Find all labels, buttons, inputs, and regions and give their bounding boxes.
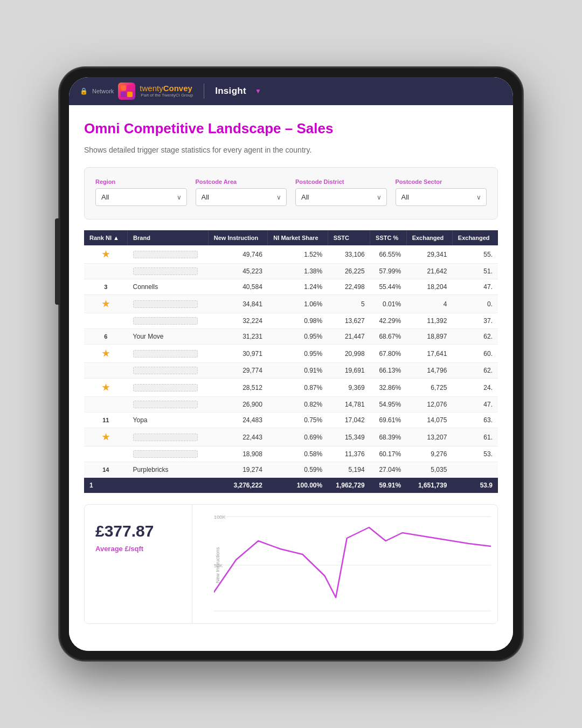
data-cell: 0.82% xyxy=(268,397,328,413)
table-row: ★30,9710.95%20,99867.80%17,64160. xyxy=(84,345,498,363)
table-header-row: Rank NI ▲ Brand New Instruction NI Marke… xyxy=(84,230,498,245)
data-cell: 24. xyxy=(452,379,498,397)
data-cell: 12,076 xyxy=(406,397,452,413)
filter-label-postcode-area: Postcode Area xyxy=(196,178,287,185)
table-row: ★28,5120.87%9,36932.86%6,72524. xyxy=(84,379,498,397)
star-icon: ★ xyxy=(102,383,109,392)
region-select[interactable]: All xyxy=(95,188,187,206)
data-cell: 61. xyxy=(452,428,498,447)
filter-label-postcode-district: Postcode District xyxy=(295,178,387,185)
brand-placeholder xyxy=(133,384,198,392)
logo-area: 🔒 Network twentyConvey Part of the Twent… xyxy=(80,83,193,100)
table-row: 29,7740.91%19,69166.13%14,79662. xyxy=(84,363,498,379)
postcode-district-select-wrapper: All xyxy=(295,188,387,206)
data-cell: 34,841 xyxy=(208,295,268,313)
data-cell: 68.39% xyxy=(370,428,407,447)
brand-cell xyxy=(128,264,209,279)
brand-cell xyxy=(128,295,209,313)
data-cell: 6,725 xyxy=(406,379,452,397)
col-sstc: SSTC xyxy=(328,230,370,245)
postcode-district-select[interactable]: All xyxy=(295,188,387,206)
brand-placeholder xyxy=(133,434,198,441)
footer-cell: 59.91% xyxy=(370,478,407,493)
filter-group-region: Region All xyxy=(95,178,187,206)
svg-text:100K: 100K xyxy=(214,514,226,520)
brand-cell: Your Move xyxy=(128,329,209,345)
brand-placeholder xyxy=(133,450,198,458)
data-cell: 62. xyxy=(452,329,498,345)
filter-row: Region All Postcode Area All xyxy=(95,178,487,206)
data-cell: 33,106 xyxy=(328,245,370,264)
brand-placeholder xyxy=(133,267,198,275)
data-cell: 37. xyxy=(452,313,498,329)
brand-cell xyxy=(128,313,209,329)
star-icon: ★ xyxy=(102,299,109,308)
brand-cell xyxy=(128,363,209,379)
svg-text:50K: 50K xyxy=(214,563,223,568)
filter-group-postcode-area: Postcode Area All xyxy=(196,178,287,206)
postcode-area-select[interactable]: All xyxy=(196,188,287,206)
data-cell: 14,075 xyxy=(406,413,452,428)
insight-dropdown-icon[interactable]: ▼ xyxy=(255,87,261,95)
device-wrapper: 🔒 Network twentyConvey Part of the Twent… xyxy=(59,67,523,661)
data-cell: 11,376 xyxy=(328,447,370,462)
data-cell: 9,276 xyxy=(406,447,452,462)
brand-cell: Connells xyxy=(128,279,209,295)
rank-cell: 3 xyxy=(84,279,128,295)
brand-cell xyxy=(128,447,209,462)
brand-cell: Purplebricks xyxy=(128,462,209,478)
col-brand: Brand xyxy=(128,230,209,245)
data-cell: 14,781 xyxy=(328,397,370,413)
table-row: 6Your Move31,2310.95%21,44768.67%18,8976… xyxy=(84,329,498,345)
insight-label: Insight xyxy=(215,86,246,97)
table-row: ★34,8411.06%50.01%40. xyxy=(84,295,498,313)
brand-cell xyxy=(128,379,209,397)
postcode-sector-select-wrapper: All xyxy=(396,188,487,206)
data-cell: 11,392 xyxy=(406,313,452,329)
svg-rect-0 xyxy=(121,85,126,91)
data-cell: 31,231 xyxy=(208,329,268,345)
table-row: 3Connells40,5841.24%22,49855.44%18,20447… xyxy=(84,279,498,295)
metric-value: £377.87 xyxy=(95,522,181,540)
table-row: ★22,4430.69%15,34968.39%13,20761. xyxy=(84,428,498,447)
data-cell: 1.24% xyxy=(268,279,328,295)
rank-cell: 14 xyxy=(84,462,128,478)
data-cell: 54.95% xyxy=(370,397,407,413)
nav-divider xyxy=(204,84,204,99)
footer-cell: 1,651,739 xyxy=(406,478,452,493)
data-cell: 21,642 xyxy=(406,264,452,279)
data-cell: 5,035 xyxy=(406,462,452,478)
rank-cell: ★ xyxy=(84,245,128,264)
data-cell: 0.75% xyxy=(268,413,328,428)
star-icon: ★ xyxy=(102,349,109,358)
col-sstc-pct: SSTC % xyxy=(370,230,407,245)
data-cell: 0.58% xyxy=(268,447,328,462)
data-cell: 45,223 xyxy=(208,264,268,279)
data-cell: 13,627 xyxy=(328,313,370,329)
data-table: Rank NI ▲ Brand New Instruction NI Marke… xyxy=(84,230,498,493)
rank-cell: ★ xyxy=(84,295,128,313)
data-cell: 57.99% xyxy=(370,264,407,279)
data-cell: 13,207 xyxy=(406,428,452,447)
brand-sub: Part of the TwentyCI Group xyxy=(141,93,193,98)
brand-placeholder xyxy=(133,300,198,308)
col-exchanged2: Exchanged xyxy=(452,230,498,245)
rank-cell xyxy=(84,313,128,329)
brand-placeholder xyxy=(133,251,198,258)
brand-placeholder xyxy=(133,367,198,374)
data-cell: 5,194 xyxy=(328,462,370,478)
chart-panel: New Instructions 100K 50K xyxy=(192,505,497,623)
metric-panel: £377.87 Average £/sqft xyxy=(85,505,192,623)
rank-cell xyxy=(84,363,128,379)
data-cell: 14,796 xyxy=(406,363,452,379)
svg-rect-1 xyxy=(127,85,133,91)
data-cell: 19,691 xyxy=(328,363,370,379)
brand-cell xyxy=(128,397,209,413)
col-ni-market-share: NI Market Share xyxy=(268,230,328,245)
brand-cell xyxy=(128,428,209,447)
table-row: 45,2231.38%26,22557.99%21,64251. xyxy=(84,264,498,279)
network-label: Network xyxy=(92,88,114,94)
lock-icon: 🔒 xyxy=(80,87,88,95)
data-cell: 0.98% xyxy=(268,313,328,329)
postcode-sector-select[interactable]: All xyxy=(396,188,487,206)
